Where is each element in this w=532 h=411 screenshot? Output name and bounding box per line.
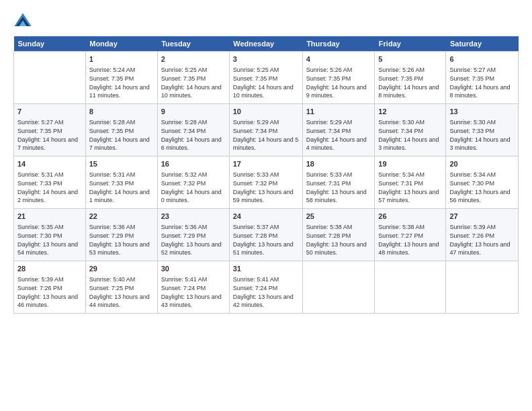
week-row-3: 14Sunrise: 5:31 AMSunset: 7:33 PMDayligh…	[14, 156, 519, 209]
calendar-cell: 25Sunrise: 5:38 AMSunset: 7:28 PMDayligh…	[302, 209, 375, 261]
header-cell-friday: Friday	[375, 36, 446, 52]
calendar-cell: 7Sunrise: 5:27 AMSunset: 7:35 PMDaylight…	[14, 104, 86, 156]
calendar-cell: 12Sunrise: 5:30 AMSunset: 7:34 PMDayligh…	[375, 104, 446, 156]
calendar-cell: 21Sunrise: 5:35 AMSunset: 7:30 PMDayligh…	[14, 209, 86, 261]
cell-info: Sunrise: 5:41 AMSunset: 7:24 PMDaylight:…	[161, 275, 226, 309]
cell-info: Sunrise: 5:37 AMSunset: 7:28 PMDaylight:…	[233, 223, 299, 257]
cell-info: Sunrise: 5:29 AMSunset: 7:34 PMDaylight:…	[306, 118, 371, 152]
calendar-cell	[302, 261, 375, 314]
cell-info: Sunrise: 5:34 AMSunset: 7:30 PMDaylight:…	[449, 171, 515, 204]
cell-info: Sunrise: 5:36 AMSunset: 7:29 PMDaylight:…	[89, 223, 154, 257]
cell-date-number: 18	[306, 159, 371, 169]
calendar-cell: 2Sunrise: 5:25 AMSunset: 7:35 PMDaylight…	[157, 52, 229, 104]
header-row: SundayMondayTuesdayWednesdayThursdayFrid…	[14, 36, 519, 52]
cell-info: Sunrise: 5:27 AMSunset: 7:35 PMDaylight:…	[449, 66, 515, 99]
logo	[13, 12, 35, 31]
cell-info: Sunrise: 5:27 AMSunset: 7:35 PMDaylight:…	[17, 118, 82, 152]
cell-date-number: 16	[161, 159, 226, 169]
calendar-cell: 11Sunrise: 5:29 AMSunset: 7:34 PMDayligh…	[302, 104, 375, 156]
cell-info: Sunrise: 5:35 AMSunset: 7:30 PMDaylight:…	[17, 223, 82, 257]
cell-date-number: 1	[89, 54, 154, 64]
cell-info: Sunrise: 5:29 AMSunset: 7:34 PMDaylight:…	[233, 118, 299, 152]
calendar-cell	[375, 261, 446, 314]
cell-date-number: 6	[449, 54, 515, 64]
cell-info: Sunrise: 5:31 AMSunset: 7:33 PMDaylight:…	[89, 171, 154, 204]
cell-date-number: 10	[233, 107, 299, 117]
cell-date-number: 25	[306, 212, 371, 222]
cell-date-number: 11	[306, 107, 371, 117]
calendar-cell: 31Sunrise: 5:41 AMSunset: 7:24 PMDayligh…	[229, 261, 302, 314]
cell-date-number: 7	[17, 107, 82, 117]
cell-info: Sunrise: 5:39 AMSunset: 7:26 PMDaylight:…	[449, 223, 515, 257]
cell-info: Sunrise: 5:36 AMSunset: 7:29 PMDaylight:…	[161, 223, 226, 257]
logo-icon	[13, 12, 32, 31]
cell-info: Sunrise: 5:34 AMSunset: 7:31 PMDaylight:…	[378, 171, 442, 204]
cell-info: Sunrise: 5:32 AMSunset: 7:32 PMDaylight:…	[161, 171, 226, 204]
header-cell-wednesday: Wednesday	[229, 36, 302, 52]
cell-date-number: 15	[89, 159, 154, 169]
cell-info: Sunrise: 5:39 AMSunset: 7:26 PMDaylight:…	[17, 275, 82, 309]
cell-info: Sunrise: 5:30 AMSunset: 7:33 PMDaylight:…	[449, 118, 515, 152]
page: SundayMondayTuesdayWednesdayThursdayFrid…	[0, 0, 532, 411]
cell-date-number: 13	[449, 107, 515, 117]
cell-date-number: 12	[378, 107, 442, 117]
week-row-5: 28Sunrise: 5:39 AMSunset: 7:26 PMDayligh…	[14, 261, 519, 314]
cell-date-number: 4	[306, 54, 371, 64]
cell-info: Sunrise: 5:28 AMSunset: 7:35 PMDaylight:…	[89, 118, 154, 152]
calendar-cell: 28Sunrise: 5:39 AMSunset: 7:26 PMDayligh…	[14, 261, 86, 314]
week-row-4: 21Sunrise: 5:35 AMSunset: 7:30 PMDayligh…	[14, 209, 519, 261]
calendar-cell: 30Sunrise: 5:41 AMSunset: 7:24 PMDayligh…	[157, 261, 229, 314]
cell-info: Sunrise: 5:40 AMSunset: 7:25 PMDaylight:…	[89, 275, 154, 309]
calendar-cell: 20Sunrise: 5:34 AMSunset: 7:30 PMDayligh…	[446, 156, 519, 209]
calendar-cell: 10Sunrise: 5:29 AMSunset: 7:34 PMDayligh…	[229, 104, 302, 156]
cell-info: Sunrise: 5:31 AMSunset: 7:33 PMDaylight:…	[17, 171, 82, 204]
cell-info: Sunrise: 5:38 AMSunset: 7:27 PMDaylight:…	[378, 223, 442, 257]
cell-date-number: 5	[378, 54, 442, 64]
calendar-cell: 17Sunrise: 5:33 AMSunset: 7:32 PMDayligh…	[229, 156, 302, 209]
cell-date-number: 31	[233, 264, 299, 274]
cell-info: Sunrise: 5:26 AMSunset: 7:35 PMDaylight:…	[378, 66, 442, 99]
calendar-cell: 29Sunrise: 5:40 AMSunset: 7:25 PMDayligh…	[85, 261, 157, 314]
header-cell-saturday: Saturday	[446, 36, 519, 52]
cell-info: Sunrise: 5:30 AMSunset: 7:34 PMDaylight:…	[378, 118, 442, 152]
cell-date-number: 27	[449, 212, 515, 222]
cell-date-number: 22	[89, 212, 154, 222]
cell-info: Sunrise: 5:28 AMSunset: 7:34 PMDaylight:…	[161, 118, 226, 152]
calendar-cell: 24Sunrise: 5:37 AMSunset: 7:28 PMDayligh…	[229, 209, 302, 261]
calendar-cell: 26Sunrise: 5:38 AMSunset: 7:27 PMDayligh…	[375, 209, 446, 261]
cell-date-number: 21	[17, 212, 82, 222]
calendar-cell: 9Sunrise: 5:28 AMSunset: 7:34 PMDaylight…	[157, 104, 229, 156]
calendar-cell: 15Sunrise: 5:31 AMSunset: 7:33 PMDayligh…	[85, 156, 157, 209]
cell-info: Sunrise: 5:33 AMSunset: 7:31 PMDaylight:…	[306, 171, 371, 204]
calendar-cell: 18Sunrise: 5:33 AMSunset: 7:31 PMDayligh…	[302, 156, 375, 209]
cell-date-number: 19	[378, 159, 442, 169]
calendar-table: SundayMondayTuesdayWednesdayThursdayFrid…	[13, 36, 519, 314]
cell-info: Sunrise: 5:25 AMSunset: 7:35 PMDaylight:…	[233, 66, 299, 99]
header-cell-tuesday: Tuesday	[157, 36, 229, 52]
cell-info: Sunrise: 5:33 AMSunset: 7:32 PMDaylight:…	[233, 171, 299, 204]
cell-date-number: 20	[449, 159, 515, 169]
calendar-cell: 14Sunrise: 5:31 AMSunset: 7:33 PMDayligh…	[14, 156, 86, 209]
cell-date-number: 9	[161, 107, 226, 117]
header-cell-sunday: Sunday	[14, 36, 86, 52]
cell-info: Sunrise: 5:38 AMSunset: 7:28 PMDaylight:…	[306, 223, 371, 257]
calendar-cell: 6Sunrise: 5:27 AMSunset: 7:35 PMDaylight…	[446, 52, 519, 104]
cell-date-number: 2	[161, 54, 226, 64]
cell-date-number: 23	[161, 212, 226, 222]
header	[13, 12, 519, 31]
calendar-cell	[446, 261, 519, 314]
cell-date-number: 30	[161, 264, 226, 274]
calendar-cell: 4Sunrise: 5:26 AMSunset: 7:35 PMDaylight…	[302, 52, 375, 104]
calendar-cell: 22Sunrise: 5:36 AMSunset: 7:29 PMDayligh…	[85, 209, 157, 261]
calendar-cell: 8Sunrise: 5:28 AMSunset: 7:35 PMDaylight…	[85, 104, 157, 156]
calendar-cell: 19Sunrise: 5:34 AMSunset: 7:31 PMDayligh…	[375, 156, 446, 209]
calendar-cell: 16Sunrise: 5:32 AMSunset: 7:32 PMDayligh…	[157, 156, 229, 209]
cell-date-number: 17	[233, 159, 299, 169]
calendar-cell: 3Sunrise: 5:25 AMSunset: 7:35 PMDaylight…	[229, 52, 302, 104]
cell-info: Sunrise: 5:24 AMSunset: 7:35 PMDaylight:…	[89, 66, 154, 99]
cell-date-number: 24	[233, 212, 299, 222]
cell-info: Sunrise: 5:41 AMSunset: 7:24 PMDaylight:…	[233, 275, 299, 309]
calendar-cell: 1Sunrise: 5:24 AMSunset: 7:35 PMDaylight…	[85, 52, 157, 104]
calendar-cell: 5Sunrise: 5:26 AMSunset: 7:35 PMDaylight…	[375, 52, 446, 104]
calendar-cell: 13Sunrise: 5:30 AMSunset: 7:33 PMDayligh…	[446, 104, 519, 156]
